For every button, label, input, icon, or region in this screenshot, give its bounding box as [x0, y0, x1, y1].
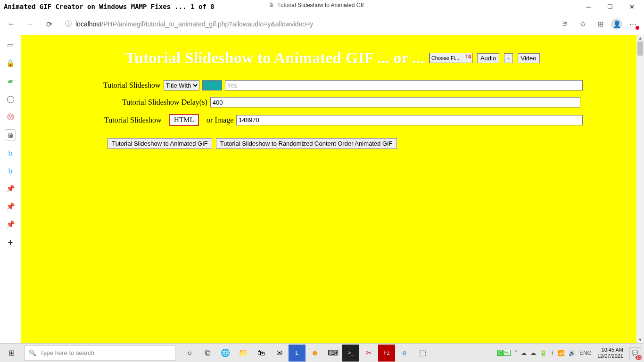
refresh-button[interactable]: ⟳: [41, 16, 57, 32]
task-cortana-icon[interactable]: ○: [181, 345, 198, 362]
color-swatch[interactable]: [202, 80, 222, 90]
task-terminal-icon[interactable]: >_: [342, 345, 359, 362]
battery-indicator[interactable]: 50%: [497, 350, 511, 356]
tray-power-icon[interactable]: 🔋: [540, 350, 547, 356]
toolbar-actions: ⚞ ✩ ⊞ 👤 ⋯: [557, 16, 640, 32]
rail-m-icon[interactable]: Ⓜ: [5, 111, 16, 123]
rail-pin2-icon[interactable]: 📌: [5, 201, 16, 212]
tray-onedrive-icon[interactable]: ☁: [521, 350, 527, 356]
rail-app-icon[interactable]: ▰: [5, 75, 16, 87]
task-filezilla-icon[interactable]: Fz: [378, 345, 395, 362]
title-label: Tutorial Slideshow: [103, 81, 161, 90]
url-host: localhost: [75, 20, 101, 28]
tray-lang[interactable]: ENG: [579, 350, 592, 356]
rail-pin1-icon[interactable]: 📌: [5, 183, 16, 194]
remove-button[interactable]: -: [504, 53, 512, 63]
task-app1-icon[interactable]: L: [289, 345, 305, 362]
tray-cloud-icon[interactable]: ☁: [530, 350, 536, 356]
minimize-button[interactable]: ─: [578, 0, 599, 13]
alert-badge-icon: [636, 26, 639, 30]
delay-input[interactable]: [210, 97, 580, 107]
task-store-icon[interactable]: 🛍: [253, 345, 270, 362]
rail-pin3-icon[interactable]: 📌: [5, 219, 16, 230]
taskbar-apps: ○ ⧉ 🌐 📁 🛍 ✉ L ☻ ⌨ >_ ✂ Fz e ⬚: [181, 345, 431, 362]
taskbar-search[interactable]: 🔍 Type here to search: [25, 346, 175, 361]
notif-count: 10: [636, 355, 642, 360]
task-app4-icon[interactable]: ⬚: [414, 345, 431, 362]
to-randomized-gif-button[interactable]: Tutorial Slideshow to Randomized Content…: [216, 138, 397, 149]
system-tray: 50% ˄ ☁ ☁ 🔋 ᚼ 📶 🔊 ENG 10:45 AM 12/07/202…: [497, 347, 644, 359]
delay-label: Tutorial Slideshow Delay(s): [122, 98, 207, 107]
window-title: Animated GIF Creator on Windows MAMP Fix…: [2, 3, 215, 10]
rail-b1-icon[interactable]: b: [5, 147, 16, 158]
source-label-b: or Image: [206, 116, 233, 124]
read-aloud-icon[interactable]: ⚞: [557, 16, 572, 32]
action-center-icon[interactable]: 💬10: [629, 347, 641, 359]
task-app3-icon[interactable]: ⌨: [324, 345, 341, 362]
browser-sidebar-rail: ▭ 🔒 ▰ ◯ Ⓜ 🗎 b b 📌 📌 📌 +: [0, 35, 21, 343]
search-placeholder: Type here to search: [40, 349, 94, 356]
tray-time: 10:45 AM: [597, 347, 623, 353]
task-app2-icon[interactable]: ☻: [306, 345, 323, 362]
submit-row: Tutorial Slideshow to Animated GIF Tutor…: [21, 138, 644, 149]
page-content: Tutorial Slideshow to Animated GIF ... o…: [21, 35, 644, 149]
image-input[interactable]: [236, 115, 583, 125]
windows-taskbar: ⊞ 🔍 Type here to search ○ ⧉ 🌐 📁 🛍 ✉ L ☻ …: [0, 343, 644, 362]
rail-circle-icon[interactable]: ◯: [5, 93, 16, 105]
tray-wifi-icon[interactable]: 📶: [558, 350, 565, 356]
close-button[interactable]: ✕: [621, 0, 642, 13]
document-icon: 🗎: [269, 2, 274, 8]
task-ie-icon[interactable]: e: [396, 345, 413, 362]
file-chooser-label: Choose Fi...: [431, 55, 459, 61]
site-info-icon[interactable]: ⓘ: [65, 20, 72, 28]
file-chooser[interactable]: Choose Fi... T4: [429, 53, 472, 63]
tray-volume-icon[interactable]: 🔊: [569, 350, 576, 356]
menu-icon[interactable]: ⋯: [625, 16, 640, 32]
scroll-down-icon[interactable]: ▼: [636, 337, 644, 343]
tray-clock[interactable]: 10:45 AM 12/07/2021: [595, 347, 625, 359]
heading-row: Tutorial Slideshow to Animated GIF ... o…: [21, 35, 644, 67]
task-view-icon[interactable]: ⧉: [199, 345, 216, 362]
source-label-a: Tutorial Slideshow: [104, 116, 162, 124]
to-animated-gif-button[interactable]: Tutorial Slideshow to Animated GIF: [107, 138, 212, 149]
title-input[interactable]: [225, 80, 583, 90]
tray-bluetooth-icon[interactable]: ᚼ: [551, 350, 554, 356]
window-titlebar: Animated GIF Creator on Windows MAMP Fix…: [0, 0, 644, 13]
back-button[interactable]: ←: [4, 16, 19, 32]
form-row-source: Tutorial Slideshow HTML or Image: [21, 114, 644, 126]
audio-button[interactable]: Audio: [477, 53, 499, 63]
task-snip-icon[interactable]: ✂: [360, 345, 377, 362]
form-row-title: Tutorial Slideshow Title With: [21, 80, 644, 90]
page-title: Tutorial Slideshow to Animated GIF ... o…: [125, 49, 424, 67]
window-controls: ─ ☐ ✕: [578, 0, 642, 13]
search-icon: 🔍: [29, 349, 36, 356]
favorites-icon[interactable]: ✩: [575, 16, 590, 32]
rail-add-button[interactable]: +: [5, 237, 16, 248]
start-button[interactable]: ⊞: [0, 344, 23, 362]
maximize-button[interactable]: ☐: [600, 0, 620, 13]
rail-lock-icon[interactable]: 🔒: [5, 58, 16, 69]
collections-icon[interactable]: ⊞: [593, 16, 608, 32]
url-path: /PHP/animegif/tutorial_to_animated_gif.p…: [101, 20, 313, 28]
task-edge-icon[interactable]: 🌐: [217, 345, 234, 362]
vertical-scrollbar[interactable]: ▲ ▼: [636, 35, 644, 343]
browser-tab[interactable]: 🗎 Tutorial Slideshow to Animated GIF: [269, 2, 366, 8]
rail-page-icon[interactable]: 🗎: [5, 129, 16, 140]
address-bar[interactable]: ⓘ localhost/PHP/animegif/tutorial_to_ani…: [60, 16, 553, 32]
page-viewport: ▲ ▼ Tutorial Slideshow to Animated GIF .…: [21, 35, 644, 343]
forward-button[interactable]: →: [23, 16, 38, 32]
tray-date: 12/07/2021: [597, 353, 623, 359]
html-button[interactable]: HTML: [169, 114, 199, 126]
file-chooser-badge: T4: [465, 54, 471, 59]
form-row-delay: Tutorial Slideshow Delay(s): [21, 97, 644, 107]
tab-title: Tutorial Slideshow to Animated GIF: [277, 2, 366, 8]
rail-b2-icon[interactable]: b: [5, 165, 16, 176]
tray-chevron-icon[interactable]: ˄: [514, 350, 517, 356]
task-mail-icon[interactable]: ✉: [271, 345, 288, 362]
title-select[interactable]: Title With: [164, 80, 199, 90]
video-button[interactable]: Video: [518, 53, 540, 63]
browser-toolbar: ← → ⟳ ⓘ localhost/PHP/animegif/tutorial_…: [0, 13, 644, 35]
profile-icon[interactable]: 👤: [611, 18, 622, 30]
rail-tab-icon[interactable]: ▭: [5, 40, 16, 51]
task-explorer-icon[interactable]: 📁: [235, 345, 252, 362]
